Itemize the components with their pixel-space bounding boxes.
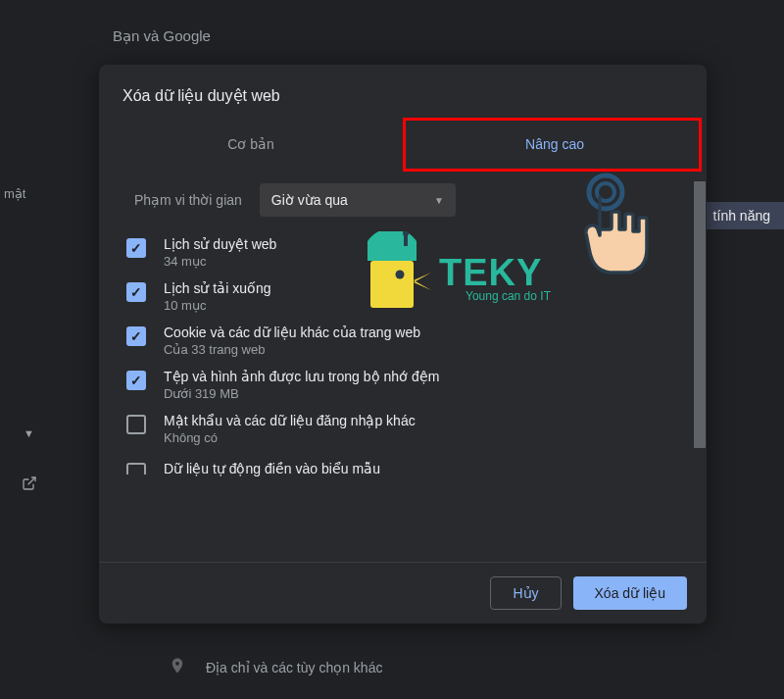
- list-item: ✓ Tệp và hình ảnh được lưu trong bộ nhớ …: [126, 369, 683, 401]
- checkbox-download-history[interactable]: ✓: [126, 282, 146, 302]
- item-sub: Của 33 trang web: [164, 342, 420, 357]
- item-title: Cookie và các dữ liệu khác của trang web: [164, 325, 420, 340]
- item-text: Tệp và hình ảnh được lưu trong bộ nhớ đệ…: [164, 369, 439, 401]
- item-text: Lịch sử duyệt web 34 mục: [164, 236, 276, 269]
- item-title: Lịch sử duyệt web: [164, 236, 276, 252]
- tab-advanced[interactable]: Nâng cao: [403, 123, 707, 166]
- time-range-label: Phạm vi thời gian: [134, 192, 242, 208]
- item-text: Cookie và các dữ liệu khác của trang web…: [164, 325, 420, 357]
- checkbox-cookies[interactable]: ✓: [126, 326, 146, 346]
- item-sub: Không có: [164, 430, 416, 445]
- dialog-footer: Hủy Xóa dữ liệu: [99, 562, 707, 624]
- item-text: Dữ liệu tự động điền vào biểu mẫu: [164, 461, 380, 476]
- time-range-select[interactable]: Giờ vừa qua ▼: [260, 183, 456, 217]
- location-pin-icon: [169, 657, 186, 677]
- chevron-down-icon: ▼: [24, 427, 34, 439]
- dialog-tabs: Cơ bản Nâng cao: [99, 123, 707, 166]
- list-item: Dữ liệu tự động điền vào biểu mẫu: [126, 461, 683, 476]
- time-range-value: Giờ vừa qua: [271, 192, 348, 208]
- external-link-icon: [22, 475, 37, 495]
- items-list: ✓ Lịch sử duyệt web 34 mục ✓ Lịch sử tải…: [126, 236, 683, 476]
- checkmark-icon: ✓: [130, 328, 142, 344]
- checkmark-icon: ✓: [130, 240, 142, 256]
- scrollbar-down-arrow-icon[interactable]: ▼: [696, 560, 704, 562]
- item-title: Lịch sử tải xuống: [164, 280, 271, 296]
- background-bottom-label: Địa chỉ và các tùy chọn khác: [206, 660, 382, 675]
- dialog-title: Xóa dữ liệu duyệt web: [99, 65, 707, 123]
- list-item: Mật khẩu và các dữ liệu đăng nhập khác K…: [126, 413, 683, 445]
- item-sub: 10 mục: [164, 298, 271, 313]
- background-feature-pill: tính năng: [700, 202, 784, 229]
- scrollbar[interactable]: ▼: [693, 174, 707, 562]
- list-item: ✓ Lịch sử tải xuống 10 mục: [126, 280, 683, 313]
- item-title: Tệp và hình ảnh được lưu trong bộ nhớ đệ…: [164, 369, 439, 384]
- checkbox-browsing-history[interactable]: ✓: [126, 238, 146, 258]
- item-text: Lịch sử tải xuống 10 mục: [164, 280, 271, 313]
- time-range-row: Phạm vi thời gian Giờ vừa qua ▼: [134, 183, 683, 217]
- checkbox-passwords[interactable]: [126, 415, 146, 434]
- item-title: Dữ liệu tự động điền vào biểu mẫu: [164, 461, 380, 476]
- item-sub: Dưới 319 MB: [164, 386, 439, 401]
- item-sub: 34 mục: [164, 254, 276, 269]
- item-title: Mật khẩu và các dữ liệu đăng nhập khác: [164, 413, 416, 428]
- svg-line-0: [28, 477, 35, 484]
- item-text: Mật khẩu và các dữ liệu đăng nhập khác K…: [164, 413, 416, 445]
- checkmark-icon: ✓: [130, 284, 142, 300]
- clear-browsing-data-dialog: Xóa dữ liệu duyệt web Cơ bản Nâng cao Ph…: [99, 65, 707, 624]
- chevron-down-icon: ▼: [434, 195, 444, 206]
- scrollbar-thumb[interactable]: [694, 181, 706, 448]
- background-bottom-section: Địa chỉ và các tùy chọn khác: [169, 657, 382, 677]
- checkbox-autofill[interactable]: [126, 463, 146, 474]
- checkmark-icon: ✓: [130, 373, 142, 388]
- background-section-header: Bạn và Google: [113, 27, 211, 45]
- dialog-scroll-area: Phạm vi thời gian Giờ vừa qua ▼ ✓ Lịch s…: [99, 166, 707, 562]
- list-item: ✓ Lịch sử duyệt web 34 mục: [126, 236, 683, 269]
- tab-basic[interactable]: Cơ bản: [99, 123, 403, 166]
- checkbox-cache[interactable]: ✓: [126, 371, 146, 390]
- clear-data-button[interactable]: Xóa dữ liệu: [573, 576, 687, 610]
- background-sidebar-item: mật: [4, 186, 25, 201]
- cancel-button[interactable]: Hủy: [490, 576, 561, 610]
- list-item: ✓ Cookie và các dữ liệu khác của trang w…: [126, 325, 683, 357]
